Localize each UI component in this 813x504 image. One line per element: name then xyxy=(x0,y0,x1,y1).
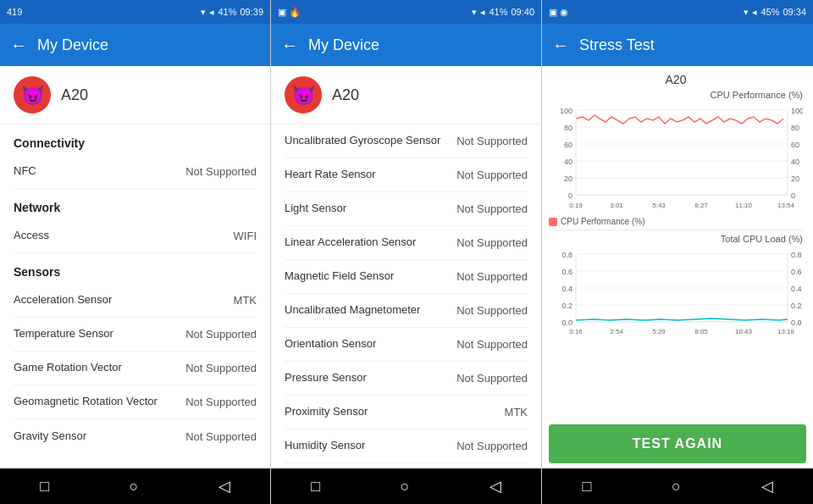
status-right-3: ▾ ◂ 45% 09:34 xyxy=(744,7,806,18)
signal-icon: ◂ xyxy=(209,7,214,18)
time-text-2: 09:40 xyxy=(511,7,534,17)
legend-label-cpu: CPU Performance (%) xyxy=(561,217,644,226)
label-gyroscope: Uncalibrated Gyroscope Sensor xyxy=(285,134,450,148)
label-proximity: Proximity Sensor xyxy=(285,405,498,419)
status-left-2: ▣ 🔥 xyxy=(278,7,301,18)
row-linear-accel: Linear Acceleration Sensor Not Supported xyxy=(285,226,528,260)
device-name-3: A20 xyxy=(549,73,803,86)
status-icons-2: ▣ 🔥 xyxy=(278,7,301,18)
label-humidity: Humidity Sensor xyxy=(285,439,450,453)
svg-text:0.0: 0.0 xyxy=(561,318,572,327)
legend-dot-cpu xyxy=(549,218,557,226)
svg-text:11:10: 11:10 xyxy=(735,202,753,209)
nav-back-3[interactable]: ◁ xyxy=(748,470,787,502)
row-heart-rate: Heart Rate Sensor Not Supported xyxy=(285,158,528,192)
status-bar-2: ▣ 🔥 ▾ ◂ 41% 09:40 xyxy=(271,0,541,24)
svg-text:60: 60 xyxy=(791,141,799,149)
row-magnetometer: Uncalibrated Magnetometer Not Supported xyxy=(285,294,528,328)
panel-my-device-2: ▣ 🔥 ▾ ◂ 41% 09:40 ← My Device 😈 A20 Unca… xyxy=(271,0,542,504)
nav-square-2[interactable]: □ xyxy=(297,471,334,502)
label-linear-accel: Linear Acceleration Sensor xyxy=(285,235,450,250)
nav-circle-2[interactable]: ○ xyxy=(386,471,423,502)
svg-text:0.4: 0.4 xyxy=(561,285,572,293)
svg-text:0.6: 0.6 xyxy=(791,268,802,276)
value-temperature: Not Supported xyxy=(185,328,257,341)
back-arrow-1[interactable]: ← xyxy=(10,36,27,55)
svg-text:13:18: 13:18 xyxy=(777,328,795,335)
cpu-chart-title: CPU Performance (%) xyxy=(549,90,803,100)
app-title-1: My Device xyxy=(37,36,108,54)
svg-text:3:01: 3:01 xyxy=(610,202,623,209)
value-acceleration: MTK xyxy=(234,294,257,307)
label-orientation: Orientation Sensor xyxy=(285,337,450,352)
signal-icon-2: ◂ xyxy=(480,7,485,18)
cpu-performance-chart: 100 80 60 40 20 0 100 80 60 40 20 0 0:19… xyxy=(549,102,803,215)
row-light: Light Sensor Not Supported xyxy=(285,192,528,226)
app-bar-3: ← Stress Test xyxy=(542,24,813,66)
test-again-button[interactable]: TEST AGAIN xyxy=(549,424,806,463)
cpu-legend: CPU Performance (%) xyxy=(549,217,803,226)
row-pressure: Pressure Sensor Not Supported xyxy=(285,362,528,396)
device-logo-icon: 😈 xyxy=(14,76,51,114)
value-gravity: Not Supported xyxy=(185,430,257,443)
svg-text:80: 80 xyxy=(791,124,799,132)
svg-text:😈: 😈 xyxy=(292,84,316,107)
label-light: Light Sensor xyxy=(285,202,450,216)
time-text-3: 09:34 xyxy=(783,7,806,17)
svg-text:100: 100 xyxy=(791,107,803,115)
back-arrow-2[interactable]: ← xyxy=(281,36,298,55)
content-panel-1[interactable]: Connectivity NFC Not Supported Network A… xyxy=(0,125,270,468)
signal-icon-3: ◂ xyxy=(752,7,757,18)
section-connectivity: Connectivity xyxy=(14,125,257,155)
bottom-nav-3: □ ○ ◁ xyxy=(542,468,813,504)
value-nfc: Not Supported xyxy=(185,165,257,178)
row-acceleration: Acceleration Sensor MTK xyxy=(14,284,257,318)
section-sensors: Sensors xyxy=(14,253,257,284)
nav-back-2[interactable]: ◁ xyxy=(476,470,515,502)
value-access: WIFI xyxy=(234,230,257,242)
svg-text:0: 0 xyxy=(791,191,795,200)
device-header-2: 😈 A20 xyxy=(271,66,541,125)
row-nfc: NFC Not Supported xyxy=(14,155,257,189)
nav-circle-3[interactable]: ○ xyxy=(658,471,694,502)
row-game-rotation: Game Rotation Vector Not Supported xyxy=(14,352,257,385)
value-gyroscope: Not Supported xyxy=(456,135,528,147)
value-game-rotation: Not Supported xyxy=(185,362,257,374)
label-access: Access xyxy=(14,229,227,243)
nav-square-1[interactable]: □ xyxy=(26,471,63,502)
nav-circle-1[interactable]: ○ xyxy=(115,471,152,502)
svg-text:0.8: 0.8 xyxy=(791,251,802,259)
content-panel-2[interactable]: Uncalibrated Gyroscope Sensor Not Suppor… xyxy=(271,125,541,468)
row-access: Access WIFI xyxy=(14,219,257,253)
value-humidity: Not Supported xyxy=(456,440,528,452)
row-gravity: Gravity Sensor Not Supported xyxy=(14,419,257,453)
svg-text:13:54: 13:54 xyxy=(777,202,795,209)
row-geomagnetic: Geomagnetic Rotation Vector Not Supporte… xyxy=(14,385,257,419)
time-text-1: 09:39 xyxy=(240,7,263,17)
app-title-2: My Device xyxy=(308,36,379,54)
value-light: Not Supported xyxy=(456,202,528,215)
svg-text:20: 20 xyxy=(791,174,799,183)
svg-text:8:27: 8:27 xyxy=(694,202,708,209)
svg-text:0:19: 0:19 xyxy=(569,202,583,209)
status-nfc: 419 xyxy=(7,7,22,17)
status-left: 419 xyxy=(7,7,22,17)
device-header-1: 😈 A20 xyxy=(0,66,270,125)
label-heart-rate: Heart Rate Sensor xyxy=(285,168,450,182)
label-magnetometer: Uncalibrated Magnetometer xyxy=(285,303,450,318)
value-pressure: Not Supported xyxy=(456,372,528,385)
status-right: ▾ ◂ 41% 09:39 xyxy=(201,7,263,18)
status-icons-3: ▣ ◉ xyxy=(549,7,568,18)
svg-text:0.2: 0.2 xyxy=(791,302,802,310)
back-arrow-3[interactable]: ← xyxy=(552,36,569,55)
row-proximity: Proximity Sensor MTK xyxy=(285,396,528,429)
nav-square-3[interactable]: □ xyxy=(568,471,605,502)
chart-area: A20 CPU Performance (%) 100 80 60 40 20 … xyxy=(542,66,813,421)
app-title-3: Stress Test xyxy=(579,36,655,54)
label-nfc: NFC xyxy=(14,164,179,179)
cpu-load-chart: 0.8 0.6 0.4 0.2 0.0 0.8 0.6 0.4 0.2 0.0 … xyxy=(549,246,803,342)
svg-text:😈: 😈 xyxy=(21,84,45,107)
value-geomagnetic: Not Supported xyxy=(185,396,257,408)
row-temperature: Temperature Sensor Not Supported xyxy=(14,318,257,352)
nav-back-1[interactable]: ◁ xyxy=(205,470,244,502)
